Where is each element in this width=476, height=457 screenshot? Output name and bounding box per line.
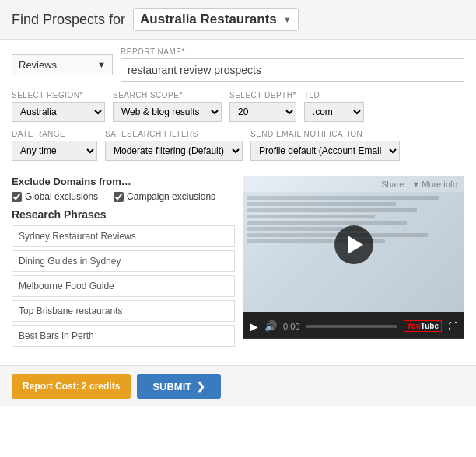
- report-type-dropdown[interactable]: Reviews ▼: [12, 54, 113, 75]
- campaign-exclusions-checkbox-label[interactable]: Campaign exclusions: [114, 191, 215, 202]
- email-notification-group: SEND EMAIL NOTIFICATION Profile default …: [250, 130, 400, 161]
- report-cost-button[interactable]: Report Cost: 2 credits: [12, 374, 131, 399]
- video-more-info-link[interactable]: ▼ More info: [411, 180, 457, 189]
- search-scope-dropdown[interactable]: Web & blog results Web results only Blog…: [113, 102, 222, 122]
- select-depth-group: SELECT DEPTH* 20 10 30 50: [229, 91, 296, 122]
- global-exclusions-checkbox[interactable]: [12, 192, 22, 202]
- phrase-input-4[interactable]: [12, 300, 235, 322]
- youtube-logo: YouTube: [404, 320, 442, 332]
- play-icon: [348, 235, 363, 254]
- video-time: 0:00: [283, 322, 299, 331]
- prospect-type-label: Australia Restaurants: [140, 12, 277, 27]
- date-range-group: DATE RANGE Any time Past week Past month…: [12, 130, 97, 161]
- global-exclusions-label: Global exclusions: [25, 191, 98, 202]
- video-panel: Share ▼ More info: [243, 176, 464, 339]
- report-type-label: Reviews: [19, 59, 57, 71]
- email-notification-label: SEND EMAIL NOTIFICATION: [250, 130, 400, 138]
- phrase-input-1[interactable]: [12, 225, 235, 247]
- page-footer: Report Cost: 2 credits SUBMIT ❯: [0, 365, 476, 406]
- date-range-label: DATE RANGE: [12, 130, 97, 138]
- video-share-link[interactable]: Share: [381, 180, 404, 189]
- select-region-group: SELECT REGION* Australia United States U…: [12, 91, 105, 122]
- exclude-domains-heading: Exclude Domains from…: [12, 176, 235, 187]
- research-phrases-section: Research Phrases: [12, 208, 235, 350]
- safesearch-label: SAFESEARCH FILTERS: [105, 130, 243, 138]
- page-header: Find Prospects for Australia Restaurants…: [0, 0, 476, 40]
- safesearch-dropdown[interactable]: Moderate filtering (Default) Strict filt…: [105, 141, 243, 161]
- options-row-1: SELECT REGION* Australia United States U…: [12, 91, 464, 122]
- select-depth-label: SELECT DEPTH*: [229, 91, 296, 99]
- right-column: Share ▼ More info: [243, 176, 464, 350]
- chevron-down-icon: ▼: [283, 15, 292, 24]
- video-progress-bar[interactable]: [306, 325, 397, 328]
- date-range-dropdown[interactable]: Any time Past week Past month Past year: [12, 141, 97, 161]
- select-region-label: SELECT REGION*: [12, 91, 105, 99]
- two-col-layout: Exclude Domains from… Global exclusions …: [12, 176, 464, 350]
- options-row-2: DATE RANGE Any time Past week Past month…: [12, 130, 464, 161]
- submit-arrow-icon: ❯: [196, 380, 205, 392]
- video-play-control[interactable]: ▶: [250, 320, 258, 333]
- submit-label: SUBMIT: [152, 381, 191, 392]
- select-depth-dropdown[interactable]: 20 10 30 50: [229, 102, 296, 122]
- campaign-exclusions-checkbox[interactable]: [114, 192, 124, 202]
- report-name-section: REPORT NAME*: [121, 47, 464, 82]
- exclude-checkboxes-row: Global exclusions Campaign exclusions: [12, 191, 235, 202]
- tld-group: TLD .com .com.au .net: [304, 91, 364, 122]
- prospect-type-dropdown[interactable]: Australia Restaurants ▼: [133, 8, 299, 31]
- chevron-down-icon: ▼: [97, 60, 106, 69]
- email-notification-dropdown[interactable]: Profile default (Account Email: [250, 141, 400, 161]
- main-content: Reviews ▼ REPORT NAME* SELECT REGION* Au…: [0, 40, 476, 358]
- safesearch-group: SAFESEARCH FILTERS Moderate filtering (D…: [105, 130, 243, 161]
- video-content: Share ▼ More info: [243, 176, 464, 312]
- phrase-input-3[interactable]: [12, 275, 235, 297]
- report-row: Reviews ▼ REPORT NAME*: [12, 47, 464, 82]
- download-icon: ▼: [411, 180, 420, 189]
- tld-label: TLD: [304, 91, 364, 99]
- phrase-input-2[interactable]: [12, 250, 235, 272]
- left-column: Exclude Domains from… Global exclusions …: [12, 176, 235, 350]
- search-scope-label: SEARCH SCOPE*: [113, 91, 222, 99]
- submit-button[interactable]: SUBMIT ❯: [137, 374, 221, 399]
- report-name-label: REPORT NAME*: [121, 47, 464, 56]
- research-phrases-heading: Research Phrases: [12, 208, 235, 221]
- header-title: Find Prospects for: [12, 12, 125, 28]
- video-fullscreen-button[interactable]: ⛶: [448, 321, 457, 332]
- tld-dropdown[interactable]: .com .com.au .net: [304, 102, 364, 122]
- search-scope-group: SEARCH SCOPE* Web & blog results Web res…: [113, 91, 222, 122]
- campaign-exclusions-label: Campaign exclusions: [127, 191, 215, 202]
- section-divider: [12, 169, 464, 169]
- report-name-input[interactable]: [121, 58, 464, 82]
- video-play-button[interactable]: [334, 225, 373, 264]
- video-header: Share ▼ More info: [243, 176, 464, 192]
- video-volume-icon[interactable]: 🔊: [264, 320, 277, 332]
- phrase-input-5[interactable]: [12, 325, 235, 347]
- exclude-domains-section: Exclude Domains from… Global exclusions …: [12, 176, 235, 202]
- global-exclusions-checkbox-label[interactable]: Global exclusions: [12, 191, 98, 202]
- video-controls: ▶ 🔊 0:00 YouTube ⛶: [243, 312, 464, 339]
- select-region-dropdown[interactable]: Australia United States United Kingdom: [12, 102, 105, 122]
